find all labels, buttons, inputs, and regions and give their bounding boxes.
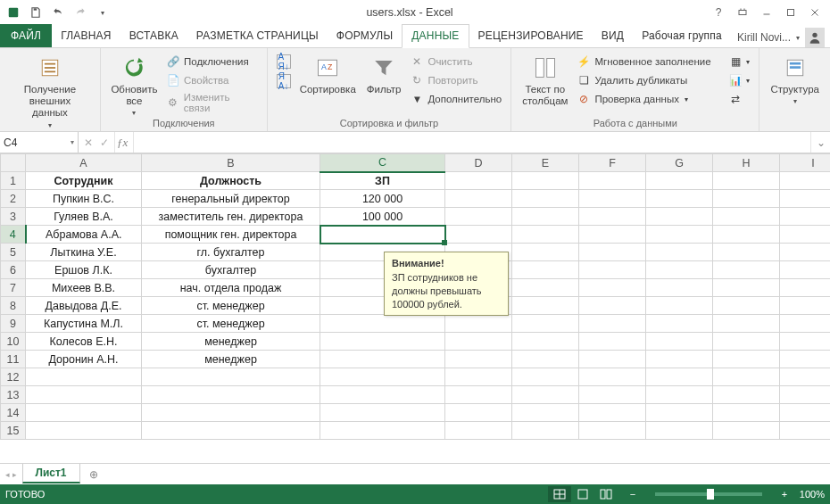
cell[interactable] bbox=[579, 208, 646, 226]
tab-data[interactable]: ДАННЫЕ bbox=[402, 24, 469, 48]
reapply-button[interactable]: ↻Повторить bbox=[408, 72, 503, 88]
cell[interactable] bbox=[713, 368, 780, 386]
cell[interactable] bbox=[780, 279, 831, 297]
cell[interactable] bbox=[142, 386, 320, 404]
qat-customize-icon[interactable]: ▾ bbox=[93, 3, 112, 22]
cell[interactable] bbox=[445, 422, 512, 440]
properties-button[interactable]: 📄Свойства bbox=[164, 72, 260, 88]
cell[interactable]: Колесов Е.Н. bbox=[26, 333, 142, 351]
cell[interactable] bbox=[445, 368, 512, 386]
cell[interactable] bbox=[320, 386, 445, 404]
col-G[interactable]: G bbox=[646, 154, 713, 172]
formula-input[interactable] bbox=[134, 132, 810, 153]
cell[interactable] bbox=[713, 297, 780, 315]
cell[interactable] bbox=[646, 422, 713, 440]
cell[interactable] bbox=[646, 297, 713, 315]
cell[interactable]: ст. менеджер bbox=[142, 297, 320, 315]
cell[interactable] bbox=[780, 351, 831, 368]
cell[interactable] bbox=[713, 351, 780, 368]
row-9[interactable]: 9 bbox=[1, 315, 26, 333]
cell[interactable] bbox=[713, 226, 780, 244]
cell[interactable] bbox=[579, 226, 646, 244]
col-D[interactable]: D bbox=[445, 154, 512, 172]
close-icon[interactable] bbox=[803, 3, 826, 22]
cell[interactable] bbox=[579, 190, 646, 208]
cell[interactable] bbox=[780, 422, 831, 440]
sheet-nav[interactable]: ◂ ▸ bbox=[0, 470, 22, 479]
cell[interactable] bbox=[579, 422, 646, 440]
cell[interactable] bbox=[320, 404, 445, 422]
col-C[interactable]: C bbox=[320, 154, 445, 172]
cell[interactable] bbox=[512, 172, 579, 190]
cell[interactable] bbox=[142, 404, 320, 422]
cell[interactable] bbox=[142, 368, 320, 386]
cell[interactable]: Сотрудник bbox=[26, 172, 142, 190]
cell[interactable] bbox=[646, 244, 713, 261]
cell[interactable] bbox=[780, 208, 831, 226]
minimize-icon[interactable] bbox=[755, 3, 778, 22]
excel-icon[interactable] bbox=[4, 3, 23, 22]
cell[interactable]: Михеев В.В. bbox=[26, 279, 142, 297]
cell[interactable] bbox=[445, 351, 512, 368]
zoom-value[interactable]: 100% bbox=[800, 489, 825, 500]
name-box[interactable]: ▾ bbox=[0, 132, 79, 153]
cell[interactable] bbox=[579, 368, 646, 386]
cell[interactable] bbox=[646, 404, 713, 422]
row-8[interactable]: 8 bbox=[1, 297, 26, 315]
col-F[interactable]: F bbox=[579, 154, 646, 172]
cell[interactable] bbox=[320, 315, 445, 333]
sort-asc-button[interactable]: АЯ↓ bbox=[275, 54, 293, 70]
cell[interactable] bbox=[320, 351, 445, 368]
row-10[interactable]: 10 bbox=[1, 333, 26, 351]
expand-formula-bar-icon[interactable]: ⌄ bbox=[810, 132, 830, 153]
cell[interactable]: ЗП bbox=[320, 172, 445, 190]
cell[interactable] bbox=[579, 404, 646, 422]
text-to-columns-button[interactable]: Текст по столбцам bbox=[517, 50, 573, 107]
cell[interactable] bbox=[646, 386, 713, 404]
tab-workgroup[interactable]: Рабочая группа bbox=[633, 25, 731, 47]
cell[interactable]: Давыдова Д.Е. bbox=[26, 297, 142, 315]
cell[interactable] bbox=[780, 244, 831, 261]
cell[interactable] bbox=[512, 368, 579, 386]
cell[interactable] bbox=[320, 368, 445, 386]
cell[interactable] bbox=[445, 172, 512, 190]
cell[interactable] bbox=[512, 404, 579, 422]
cell[interactable] bbox=[579, 244, 646, 261]
cell[interactable] bbox=[512, 297, 579, 315]
cell[interactable] bbox=[26, 386, 142, 404]
cell[interactable]: Должность bbox=[142, 172, 320, 190]
cell[interactable] bbox=[445, 315, 512, 333]
cell[interactable] bbox=[780, 190, 831, 208]
cell[interactable] bbox=[646, 172, 713, 190]
col-A[interactable]: A bbox=[26, 154, 142, 172]
data-validation-button[interactable]: ⊘Проверка данных ▾ bbox=[575, 91, 723, 107]
row-6[interactable]: 6 bbox=[1, 261, 26, 279]
row-14[interactable]: 14 bbox=[1, 404, 26, 422]
cell[interactable] bbox=[646, 368, 713, 386]
zoom-in-button[interactable]: + bbox=[778, 489, 791, 500]
cell[interactable] bbox=[142, 422, 320, 440]
cancel-formula-icon[interactable]: ✕ bbox=[84, 136, 93, 149]
cell[interactable] bbox=[512, 190, 579, 208]
cell[interactable] bbox=[579, 351, 646, 368]
cell[interactable] bbox=[713, 261, 780, 279]
cell[interactable]: помощник ген. директора bbox=[142, 226, 320, 244]
cell[interactable] bbox=[512, 315, 579, 333]
cell[interactable]: бухгалтер bbox=[142, 261, 320, 279]
cell[interactable] bbox=[320, 422, 445, 440]
maximize-icon[interactable] bbox=[779, 3, 802, 22]
zoom-slider[interactable] bbox=[655, 492, 762, 496]
row-5[interactable]: 5 bbox=[1, 244, 26, 261]
cell[interactable] bbox=[713, 315, 780, 333]
row-15[interactable]: 15 bbox=[1, 422, 26, 440]
row-12[interactable]: 12 bbox=[1, 368, 26, 386]
row-4[interactable]: 4 bbox=[1, 226, 26, 244]
cell[interactable]: ст. менеджер bbox=[142, 315, 320, 333]
cell[interactable] bbox=[646, 208, 713, 226]
view-pagebreak-button[interactable] bbox=[594, 486, 618, 502]
cell[interactable] bbox=[713, 404, 780, 422]
sheet-tab-1[interactable]: Лист1 bbox=[22, 464, 80, 483]
cell[interactable] bbox=[512, 244, 579, 261]
cell[interactable]: менеджер bbox=[142, 333, 320, 351]
cell[interactable] bbox=[579, 172, 646, 190]
